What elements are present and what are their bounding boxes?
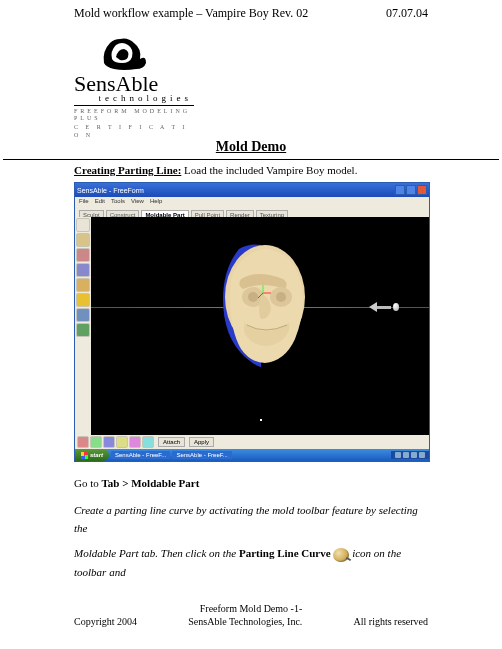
document-page: Mold workflow example – Vampire Boy Rev.… (0, 0, 502, 627)
brush-tool-icon[interactable] (142, 436, 154, 448)
apply-button[interactable]: Apply (189, 437, 214, 447)
footer-right: All rights reserved (354, 616, 428, 627)
zoom-tool-icon[interactable] (129, 436, 141, 448)
instruction-line-1: Go to Tab > Moldable Part (74, 474, 428, 493)
menu-tools[interactable]: Tools (111, 198, 125, 208)
smooth-tool-icon[interactable] (76, 263, 90, 277)
logo-name: SensAble (74, 73, 194, 95)
pull-direction-arrow[interactable] (369, 302, 399, 312)
vampire-boy-model (211, 239, 311, 369)
arrow-handle-icon (393, 303, 399, 311)
window-buttons (395, 185, 427, 195)
section-heading: Creating Parting Line: (74, 164, 181, 176)
footer-center: Freeform Mold Demo -1- (74, 603, 428, 614)
page-title: Mold Demo (0, 137, 502, 159)
section-creating-parting-line: Creating Parting Line: Load the included… (0, 160, 502, 462)
footer-mid: SensAble Technologies, Inc. (188, 616, 302, 627)
page-footer: Freeform Mold Demo -1- Copyright 2004 Se… (0, 581, 502, 627)
cut-tool-icon[interactable] (76, 248, 90, 262)
doc-date: 07.07.04 (386, 6, 428, 21)
logo-block: SensAble technologies FREEFORM MODELING … (0, 21, 502, 137)
side-toolbar (75, 217, 91, 439)
window-title: SensAble - FreeForm (77, 187, 144, 194)
section-head: Creating Parting Line: Load the included… (74, 164, 428, 176)
instruction-para-b: Moldable Part tab. Then click on the Par… (74, 544, 428, 581)
taskbar-item-2[interactable]: SensAble - FreeF... (172, 451, 231, 459)
text-moldable-tab: Moldable Part tab. Then click on the (74, 547, 239, 559)
bottom-toolbar: Attach Apply (75, 435, 429, 449)
taskbar-item-1[interactable]: SensAble - FreeF... (111, 451, 170, 459)
section-heading-rest: Load the included Vampire Boy model. (181, 164, 357, 176)
text-goto: Go to (74, 477, 102, 489)
footer-left: Copyright 2004 (74, 616, 137, 627)
logo-cert-line2: C E R T I F I C A T I O N (74, 124, 194, 138)
svg-point-4 (276, 292, 286, 302)
minimize-button[interactable] (395, 185, 405, 195)
select-tool-icon[interactable] (76, 218, 90, 232)
arrow-head-icon (369, 302, 377, 312)
menu-help[interactable]: Help (150, 198, 162, 208)
instruction-text: Go to Tab > Moldable Part Create a parti… (0, 462, 502, 581)
tray-icon[interactable] (411, 452, 417, 458)
page-header-row: Mold workflow example – Vampire Boy Rev.… (0, 0, 502, 21)
os-taskbar: start SensAble - FreeF... SensAble - Fre… (75, 449, 429, 461)
arrow-shaft (377, 306, 391, 309)
start-label: start (90, 452, 103, 458)
logo-cert-line1: FREEFORM MODELING PLUS (74, 108, 194, 122)
menu-bar: File Edit Tools View Help (75, 197, 429, 209)
rotate-tool-icon[interactable] (116, 436, 128, 448)
menu-view[interactable]: View (131, 198, 144, 208)
windows-icon (81, 452, 88, 459)
view-iso-icon[interactable] (90, 436, 102, 448)
start-button[interactable]: start (75, 449, 109, 461)
footer-row: Copyright 2004 SensAble Technologies, In… (74, 616, 428, 627)
parting-line-curve-icon[interactable] (76, 278, 90, 292)
tray-icon[interactable] (419, 452, 425, 458)
pan-tool-icon[interactable] (103, 436, 115, 448)
window-titlebar[interactable]: SensAble - FreeForm (75, 183, 429, 197)
origin-dot (260, 419, 262, 421)
sphere-tool-icon[interactable] (76, 233, 90, 247)
fill-tool-icon[interactable] (76, 293, 90, 307)
window-client-area (75, 217, 429, 439)
system-tray[interactable] (391, 451, 429, 459)
tray-icon[interactable] (395, 452, 401, 458)
view-front-icon[interactable] (77, 436, 89, 448)
logo-divider (74, 105, 194, 106)
maximize-button[interactable] (406, 185, 416, 195)
app-window: SensAble - FreeForm File Edit Tools View… (74, 182, 430, 462)
instruction-para-a: Create a parting line curve by activatin… (74, 501, 428, 538)
close-button[interactable] (417, 185, 427, 195)
draft-tool-icon[interactable] (76, 308, 90, 322)
3d-viewport[interactable] (91, 217, 429, 439)
parting-line-curve-inline-icon (333, 548, 349, 562)
region-tool-icon[interactable] (76, 323, 90, 337)
tray-icon[interactable] (403, 452, 409, 458)
menu-file[interactable]: File (79, 198, 89, 208)
company-logo: SensAble technologies FREEFORM MODELING … (74, 33, 194, 133)
svg-point-3 (248, 292, 258, 302)
text-tab-path: Tab > Moldable Part (102, 477, 200, 489)
attach-button[interactable]: Attach (158, 437, 185, 447)
text-parting-line-curve: Parting Line Curve (239, 547, 331, 559)
menu-edit[interactable]: Edit (95, 198, 105, 208)
hand-icon (94, 33, 154, 73)
doc-title: Mold workflow example – Vampire Boy Rev.… (74, 6, 308, 21)
